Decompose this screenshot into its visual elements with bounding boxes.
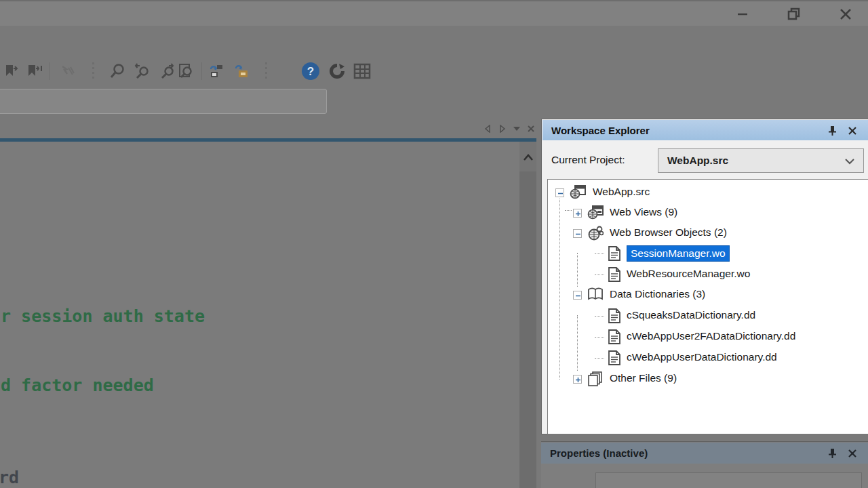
tree-connector [595,358,604,359]
tree-item-label[interactable]: SessionManager.wo [627,245,730,262]
tree-row[interactable]: cWebAppUser2FADataDictionary.dd [548,327,868,348]
report-icon[interactable] [327,61,347,81]
properties-titlebar[interactable]: Properties (Inactive) [541,443,868,464]
panel-title: Workspace Explorer [551,125,650,136]
svg-text:?: ? [307,65,314,78]
bookmark-next-icon[interactable] [1,61,22,81]
document-icon [608,350,624,365]
pointer-disabled-icon [57,61,77,81]
chevron-down-icon [844,158,855,165]
book-icon [587,287,604,302]
collapse-minus-icon[interactable] [555,188,564,197]
restore-button[interactable] [784,5,804,23]
current-project-value: WebApp.src [667,155,728,167]
other-files-icon [587,371,604,386]
tree-item-label[interactable]: Data Dictionaries (3) [610,288,705,300]
web-view-icon [587,205,604,220]
tree-item-label[interactable]: cWebAppUser2FADataDictionary.dd [627,330,795,342]
tree-connector [595,316,604,317]
tree-connector [595,337,604,338]
expand-plus-icon[interactable] [573,375,582,384]
tree-item-label[interactable]: WebApp.src [593,186,650,198]
find-next-icon[interactable] [157,61,177,81]
main-toolbar: ? [0,57,515,85]
tab-list-icon[interactable] [510,123,524,135]
code-editor[interactable]: r session auth state d factor needed rd [0,142,519,488]
find-previous-icon[interactable] [132,61,152,81]
properties-field [595,472,862,488]
code-line: r session auth state [1,306,205,326]
tree-row[interactable]: cWebAppUserDataDictionary.dd [548,348,868,369]
toolbar-separator [49,62,50,80]
tree-row[interactable]: Other Files (9) [548,369,868,390]
find-in-files-icon[interactable] [176,61,196,81]
close-button[interactable] [835,5,856,23]
browser-objects-icon [587,226,604,241]
tree-item-label[interactable]: Web Views (9) [610,206,677,218]
tree-connector [595,274,604,275]
collapse-minus-icon[interactable] [573,291,582,300]
code-line: rd [0,468,19,487]
tab-scroll-right-icon[interactable] [496,123,509,135]
grid-icon[interactable] [352,61,372,81]
close-icon [839,7,852,21]
tree-row[interactable]: cSqueaksDataDictionary.dd [548,306,868,327]
editor-scrollbar[interactable] [519,142,536,488]
toolbar-separator-dotted [265,62,267,80]
tree-row[interactable]: Web Views (9) [548,203,868,224]
replace-in-files-icon[interactable] [231,61,252,81]
tree-row[interactable]: WebApp.src [548,182,868,203]
expand-plus-icon[interactable] [573,209,582,218]
tree-item-label[interactable]: Web Browser Objects (2) [610,226,727,239]
tree-row[interactable]: WebResourceManager.wo [548,264,868,285]
tree-row[interactable]: Data Dictionaries (3) [548,285,868,306]
project-tree[interactable]: WebApp.src Web Views (9) Web Browser Obj… [547,179,868,434]
document-icon [608,267,624,282]
current-project-row: Current Project: WebApp.src [542,140,868,179]
document-icon [608,329,624,344]
collapse-minus-icon[interactable] [573,229,582,238]
search-input[interactable] [0,89,327,114]
pin-icon[interactable] [826,447,838,460]
document-icon [608,246,624,261]
pin-icon[interactable] [826,125,838,137]
restore-icon [787,7,802,22]
tree-item-label[interactable]: cSqueaksDataDictionary.dd [627,309,755,321]
minimize-button[interactable] [732,5,753,23]
minimize-icon [736,7,749,21]
tree-item-label[interactable]: Other Files (9) [610,372,677,384]
bookmark-prev-icon[interactable] [24,61,45,81]
scroll-up-icon[interactable] [521,150,535,165]
workspace-explorer-titlebar[interactable]: Workspace Explorer [542,120,868,140]
tree-connector [595,253,604,254]
close-panel-icon[interactable] [846,125,859,137]
help-icon[interactable]: ? [300,61,321,81]
close-panel-icon[interactable] [846,447,859,460]
replace-icon[interactable] [206,61,226,81]
workspace-explorer-panel: Workspace Explorer Current Project: WebA… [541,119,868,434]
current-project-label: Current Project: [551,154,625,166]
tree-row[interactable]: Web Browser Objects (2) [548,223,868,244]
properties-panel: Properties (Inactive) [541,441,868,488]
document-icon [608,308,624,323]
tree-item-label[interactable]: cWebAppUserDataDictionary.dd [627,351,777,363]
window-titlebar [0,0,868,26]
tab-scroll-left-icon[interactable] [481,123,494,135]
current-project-dropdown[interactable]: WebApp.src [658,148,864,173]
code-line: d factor needed [1,375,154,395]
toolbar-separator [201,62,202,80]
panel-title: Properties (Inactive) [550,447,648,459]
close-pane-icon[interactable] [524,123,538,135]
tree-row-selected[interactable]: SessionManager.wo [548,243,868,264]
find-icon[interactable] [107,61,127,81]
scrollbar-thumb[interactable] [519,171,536,488]
web-app-icon [570,185,586,200]
tree-item-label[interactable]: WebResourceManager.wo [627,268,750,280]
toolbar-separator-dotted [92,62,94,80]
